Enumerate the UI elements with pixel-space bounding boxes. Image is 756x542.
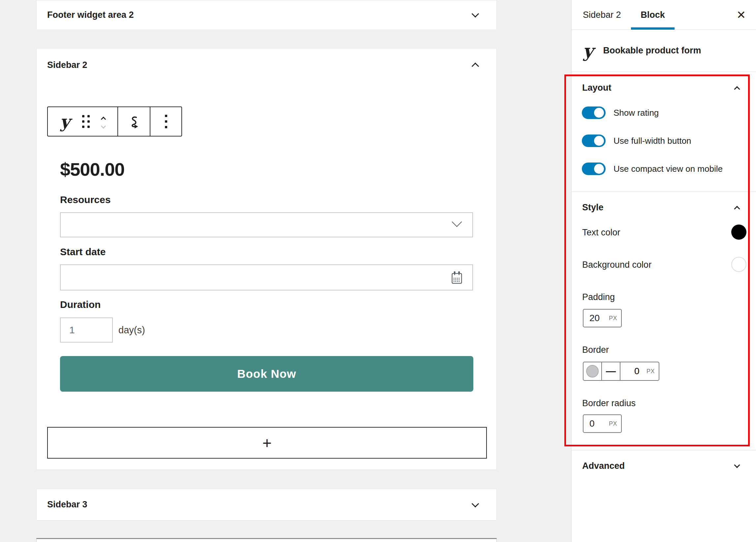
background-color-swatch[interactable]	[731, 257, 746, 272]
toggle-label: Use compact view on mobile	[614, 164, 723, 174]
add-block-appender[interactable]: +	[47, 427, 487, 459]
chevron-down-icon	[734, 462, 740, 468]
text-color-label: Text color	[582, 228, 620, 238]
toggle-label: Use full-width button	[614, 136, 691, 146]
widget-area-title: Sidebar 2	[47, 60, 87, 70]
book-now-button[interactable]: Book Now	[60, 356, 473, 392]
border-radius-input-wrap: PX	[583, 414, 622, 433]
border-style-button[interactable]: —	[602, 362, 620, 380]
duration-input[interactable]	[61, 318, 112, 342]
style-panel-header[interactable]: Style	[572, 192, 756, 223]
toggle-label: Show rating	[614, 108, 659, 118]
block-options-button[interactable]	[150, 107, 181, 136]
border-width-wrap: PX	[620, 362, 659, 380]
start-date-input[interactable]	[60, 265, 473, 290]
widget-area-card-sidebar-2: Sidebar 2 y	[36, 48, 497, 470]
widget-area-title: Footer widget area 2	[47, 10, 134, 20]
block-mover	[102, 115, 105, 128]
widget-area-sidebar-3-header[interactable]: Sidebar 3	[37, 489, 496, 520]
tab-block[interactable]: Block	[631, 0, 675, 30]
ellipsis-vertical-icon	[165, 115, 167, 128]
settings-sidebar: Sidebar 2 Block ✕ y Bookable product for…	[571, 0, 756, 542]
selected-block-title: Bookable product form	[603, 46, 701, 56]
background-color-label: Background color	[582, 260, 651, 270]
duration-unit-label: day(s)	[118, 317, 145, 342]
chevron-down-icon	[472, 10, 479, 18]
resources-label: Resources	[60, 194, 110, 206]
border-radius-input[interactable]	[583, 415, 607, 432]
compact-view-mobile-toggle[interactable]	[582, 163, 606, 175]
padding-input[interactable]	[583, 309, 607, 327]
border-style-dash-icon: —	[606, 366, 616, 377]
show-rating-toggle[interactable]	[582, 107, 606, 119]
calendar-icon	[449, 271, 464, 285]
yith-block-type-icon[interactable]: y	[60, 113, 70, 130]
resources-select[interactable]	[60, 212, 473, 238]
widget-area-footer-2-header[interactable]: Footer widget area 2	[37, 0, 496, 29]
chevron-down-icon	[472, 500, 479, 507]
toggle-row-compact-view-mobile: Use compact view on mobile	[582, 163, 723, 175]
duration-input-wrap	[60, 317, 113, 342]
border-control-group: — PX	[583, 362, 659, 381]
border-color-swatch	[586, 365, 599, 377]
layout-panel-title: Layout	[582, 83, 612, 93]
block-toolbar: y	[47, 107, 182, 137]
block-toolbar-primary-group: y	[48, 107, 118, 136]
border-color-swatch-button[interactable]	[583, 362, 602, 380]
chevron-up-icon	[734, 86, 740, 92]
wordpress-widgets-editor: Footer widget area 2 Sidebar 2 y	[0, 0, 756, 542]
border-radius-unit-label: PX	[609, 415, 617, 432]
selected-block-card: y Bookable product form	[572, 30, 756, 72]
toggle-knob	[594, 108, 604, 118]
move-down-icon[interactable]	[101, 123, 106, 129]
active-tab-underline	[631, 27, 675, 30]
select-chevron-down-icon	[452, 217, 462, 227]
chevron-up-icon	[472, 63, 479, 70]
move-to-area-squiggle-arrow-icon	[126, 114, 142, 129]
tab-sidebar-2[interactable]: Sidebar 2	[583, 0, 621, 30]
style-panel-title: Style	[582, 203, 604, 213]
plus-icon: +	[262, 434, 271, 452]
border-width-unit-label: PX	[646, 362, 655, 380]
padding-label: Padding	[582, 292, 615, 302]
widget-area-card-sidebar-3: Sidebar 3	[36, 489, 497, 521]
widget-area-title: Sidebar 3	[47, 499, 87, 510]
start-date-label: Start date	[60, 246, 106, 258]
text-color-swatch[interactable]	[731, 225, 746, 240]
advanced-panel-title: Advanced	[582, 461, 625, 471]
chevron-up-icon	[734, 206, 740, 212]
product-price: $500.00	[60, 159, 124, 180]
advanced-panel-header[interactable]: Advanced	[572, 450, 756, 481]
duration-label: Duration	[60, 299, 101, 310]
toggle-row-show-rating: Show rating	[582, 107, 659, 119]
yith-block-icon: y	[583, 42, 593, 60]
widget-area-sidebar-2-header[interactable]: Sidebar 2	[37, 48, 496, 81]
close-sidebar-button[interactable]: ✕	[732, 0, 750, 30]
border-radius-label: Border radius	[582, 398, 636, 408]
move-to-widget-area-button[interactable]	[118, 107, 150, 136]
widget-area-card-footer-2: Footer widget area 2	[36, 0, 497, 29]
move-up-icon[interactable]	[101, 116, 106, 122]
toggle-knob	[594, 164, 604, 174]
padding-unit-label: PX	[609, 309, 617, 327]
close-icon: ✕	[737, 9, 746, 21]
sidebar-tabbar: Sidebar 2 Block ✕	[572, 0, 756, 30]
drag-handle-icon[interactable]	[82, 115, 90, 128]
widget-area-card-partial	[36, 538, 497, 542]
border-label: Border	[582, 345, 609, 355]
layout-panel-header[interactable]: Layout	[572, 72, 756, 104]
toggle-row-full-width-button: Use full-width button	[582, 135, 691, 147]
full-width-button-toggle[interactable]	[582, 135, 606, 147]
padding-input-wrap: PX	[583, 309, 622, 327]
toggle-knob	[594, 136, 604, 146]
